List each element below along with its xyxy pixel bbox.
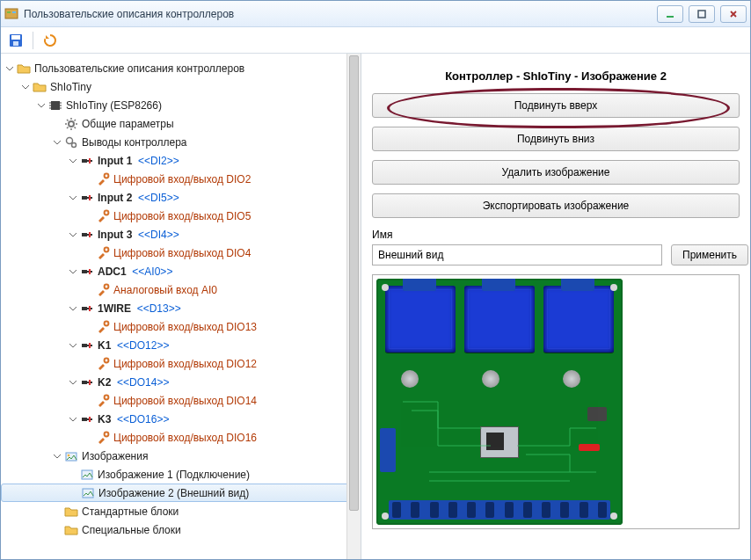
svg-point-55 <box>610 284 617 291</box>
svg-rect-34 <box>82 307 87 310</box>
tool-icon <box>96 431 110 445</box>
tree-pin-sub[interactable]: Цифровой вход/выход DIO2 <box>1 170 361 188</box>
chevron-down-icon[interactable] <box>68 193 78 203</box>
save-button[interactable] <box>6 31 26 50</box>
tool-icon <box>96 209 110 223</box>
svg-rect-46 <box>82 418 87 421</box>
folder-open-icon <box>33 80 47 94</box>
chevron-down-icon[interactable] <box>4 63 15 74</box>
tree-root[interactable]: Пользовательские описания контроллеров <box>1 59 361 77</box>
tree-pin-sub[interactable]: Цифровой вход/выход DIO14 <box>1 391 361 410</box>
move-up-button[interactable]: Подвинуть вверх <box>372 93 740 118</box>
tool-icon <box>96 394 110 408</box>
tree-pin-sub[interactable]: Цифровой вход/выход DIO16 <box>1 428 361 447</box>
tool-icon <box>96 246 110 260</box>
tree-pin[interactable]: K3 <<DO16>> <box>1 410 361 428</box>
tree-pin-sub-label: Цифровой вход/выход DIO13 <box>113 321 257 333</box>
tree-image-1-label: Изображение 1 (Подключение) <box>98 469 250 481</box>
svg-rect-4 <box>698 11 705 18</box>
tree-std-blocks[interactable]: Стандартные блоки <box>1 502 361 520</box>
tree-pins[interactable]: Выводы контроллера <box>1 133 361 151</box>
svg-point-25 <box>105 210 109 215</box>
tree-device[interactable]: ShIoTiny (ESP8266) <box>1 96 361 114</box>
minimize-button[interactable] <box>657 5 683 23</box>
chevron-down-icon[interactable] <box>52 137 62 148</box>
svg-rect-26 <box>82 233 87 236</box>
tool-icon <box>96 357 110 371</box>
tree-pin[interactable]: K1 <<DO12>> <box>1 336 361 354</box>
refresh-button[interactable] <box>40 31 60 50</box>
svg-rect-38 <box>82 344 87 347</box>
svg-point-33 <box>105 284 109 288</box>
chevron-down-icon[interactable] <box>68 377 78 388</box>
chevron-down-icon[interactable] <box>68 340 78 351</box>
tree-root-label: Пользовательские описания контроллеров <box>34 62 244 75</box>
board-image <box>372 274 740 529</box>
tree-images[interactable]: Изображения <box>1 447 361 465</box>
image-icon <box>81 486 95 500</box>
tree-pin-label: Input 1 <<DI2>> <box>98 155 179 167</box>
tree-pin-sub-label: Цифровой вход/выход DIO2 <box>113 173 251 185</box>
svg-point-21 <box>105 173 109 178</box>
tree-pin[interactable]: K2 <<DO14>> <box>1 373 361 391</box>
tree-image-1[interactable]: Изображение 1 (Подключение) <box>1 465 361 484</box>
svg-rect-7 <box>13 41 18 46</box>
delete-image-button[interactable]: Удалить изображение <box>372 160 740 185</box>
tree-common-params[interactable]: Общие параметры <box>1 114 361 133</box>
tree-pin[interactable]: Input 3 <<DI4>> <box>1 225 361 244</box>
chevron-down-icon[interactable] <box>68 266 78 277</box>
tree-pin-sub[interactable]: Цифровой вход/выход DIO13 <box>1 317 361 336</box>
gear-icon <box>64 117 78 131</box>
chevron-down-icon[interactable] <box>68 229 78 240</box>
chevron-down-icon[interactable] <box>68 414 78 425</box>
svg-point-17 <box>72 142 77 147</box>
tree-image-2[interactable]: Изображение 2 (Внешний вид) <box>1 484 361 502</box>
window-title: Пользовательские описания контроллеров <box>24 8 234 20</box>
pin-icon <box>80 154 94 168</box>
tree-pin-sub[interactable]: Цифровой вход/выход DIO12 <box>1 354 361 373</box>
apply-button[interactable]: Применить <box>671 244 748 265</box>
images-icon <box>64 449 78 463</box>
tree-panel: Пользовательские описания контроллеров S… <box>1 54 361 559</box>
tree-controller[interactable]: ShIoTiny <box>1 77 361 96</box>
tree-pin[interactable]: Input 2 <<DI5>> <box>1 188 361 207</box>
chevron-down-icon[interactable] <box>68 303 78 314</box>
tree-scrollbar[interactable] <box>346 54 361 559</box>
tree-spec-blocks[interactable]: Специальные блоки <box>1 520 361 539</box>
pin-icon <box>80 338 94 353</box>
tree-pin[interactable]: 1WIRE <<D13>> <box>1 299 361 317</box>
chevron-down-icon[interactable] <box>20 82 31 92</box>
image-icon <box>80 468 94 482</box>
svg-rect-30 <box>82 270 87 273</box>
svg-point-49 <box>105 432 109 436</box>
tree-controller-label: ShIoTiny <box>50 81 91 93</box>
tree-pin-sub[interactable]: Аналоговый вход AI0 <box>1 280 361 299</box>
chevron-down-icon[interactable] <box>36 100 47 111</box>
tree-spec-blocks-label: Специальные блоки <box>82 524 181 536</box>
tool-icon <box>96 172 110 186</box>
svg-point-15 <box>69 121 74 127</box>
tree-pins-label: Выводы контроллера <box>82 136 187 149</box>
tree-pin-sub-label: Цифровой вход/выход DIO12 <box>113 358 257 370</box>
chevron-down-icon[interactable] <box>52 451 62 462</box>
name-input[interactable] <box>372 244 662 265</box>
tree-pin-sub[interactable]: Цифровой вход/выход DIO5 <box>1 207 361 225</box>
chevron-down-icon[interactable] <box>68 156 78 166</box>
tree-pin-sub[interactable]: Цифровой вход/выход DIO4 <box>1 244 361 262</box>
close-button[interactable] <box>720 5 747 23</box>
tree-pin-label: K3 <<DO16>> <box>98 413 169 425</box>
move-down-button[interactable]: Подвинуть вниз <box>372 127 740 151</box>
maximize-button[interactable] <box>689 5 715 23</box>
tree-pin[interactable]: ADC1 <<AI0>> <box>1 262 361 280</box>
app-icon <box>4 7 18 21</box>
svg-rect-1 <box>7 11 11 13</box>
tree-pin-label: Input 3 <<DI4>> <box>98 229 179 241</box>
export-image-button[interactable]: Экспортировать изображение <box>372 193 740 218</box>
pin-icon <box>80 191 94 205</box>
svg-point-56 <box>382 513 389 520</box>
tree-common-params-label: Общие параметры <box>82 118 174 130</box>
pin-icon <box>80 375 94 389</box>
pin-icon <box>80 265 94 279</box>
tree-pin[interactable]: Input 1 <<DI2>> <box>1 151 361 170</box>
svg-point-45 <box>105 395 109 399</box>
